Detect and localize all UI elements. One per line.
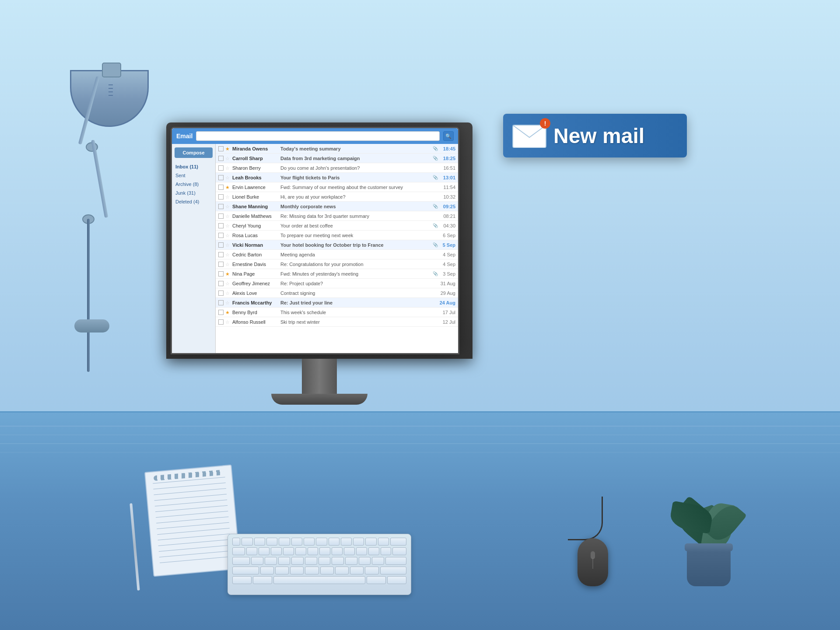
email-checkbox[interactable] <box>218 290 224 296</box>
email-row[interactable]: ☆Rosa LucasTo prepare our meeting next w… <box>216 231 458 240</box>
key <box>283 547 294 555</box>
email-checkbox[interactable] <box>218 281 224 286</box>
email-checkbox[interactable] <box>218 233 224 238</box>
email-sender: Geoffrey Jimenez <box>232 281 280 286</box>
email-row[interactable]: ☆Carroll SharpData from 3rd marketing ca… <box>216 154 458 163</box>
email-checkbox[interactable] <box>218 310 224 315</box>
email-star-icon[interactable]: ☆ <box>225 204 231 209</box>
email-star-icon[interactable]: ☆ <box>225 262 231 267</box>
notebook-line <box>159 545 231 552</box>
email-row[interactable]: ☆Geoffrey JimenezRe: Project update?31 A… <box>216 279 458 288</box>
desk-lamp <box>44 44 175 385</box>
notebook-line <box>153 483 225 489</box>
email-row[interactable]: ☆Danielle MatthewsRe: Missing data for 3… <box>216 211 458 221</box>
key <box>318 557 331 565</box>
email-checkbox[interactable] <box>218 242 224 248</box>
email-row[interactable]: ☆Cedric BartonMeeting agenda4 Sep <box>216 250 458 259</box>
email-row[interactable]: ★Benny ByrdThis week's schedule17 Jul <box>216 308 458 317</box>
email-checkbox[interactable] <box>218 271 224 276</box>
email-row[interactable]: ★Nina PageFwd: Minutes of yesterday's me… <box>216 269 458 279</box>
key <box>308 547 318 555</box>
email-row[interactable]: ☆Alfonso RussellSki trip next winter12 J… <box>216 317 458 327</box>
email-checkbox[interactable] <box>218 214 224 219</box>
email-sender: Cheryl Young <box>232 223 280 228</box>
sidebar-nav: Inbox (11)SentArchive (8)Junk (31)Delete… <box>175 162 213 206</box>
email-star-icon[interactable]: ☆ <box>225 290 231 296</box>
email-row[interactable]: ☆Leah BrooksYour flight tickets to Paris… <box>216 173 458 182</box>
email-star-icon[interactable]: ☆ <box>225 214 231 219</box>
email-checkbox[interactable] <box>218 300 224 305</box>
email-star-icon[interactable]: ☆ <box>225 156 231 161</box>
email-row[interactable]: ☆Francis MccarthyRe: Just tried your lin… <box>216 298 458 308</box>
key <box>332 557 344 565</box>
email-star-icon[interactable]: ☆ <box>225 175 231 180</box>
email-row[interactable]: ☆Ernestine DavisRe: Congratulations for … <box>216 259 458 269</box>
email-sidebar: Compose Inbox (11)SentArchive (8)Junk (3… <box>172 144 216 353</box>
email-row[interactable]: ★Miranda OwensToday's meeting summary📎18… <box>216 144 458 154</box>
email-time: 3 Sep <box>440 271 455 276</box>
email-checkbox[interactable] <box>218 165 224 171</box>
plant-pot <box>687 547 731 586</box>
key <box>329 538 340 546</box>
email-checkbox[interactable] <box>218 185 224 190</box>
email-star-icon[interactable]: ☆ <box>225 319 231 325</box>
email-star-icon[interactable]: ☆ <box>225 194 231 200</box>
email-time: 13:01 <box>440 175 455 180</box>
email-star-icon[interactable]: ★ <box>225 185 231 190</box>
email-checkbox[interactable] <box>218 175 224 180</box>
email-checkbox[interactable] <box>218 146 224 151</box>
key <box>278 557 290 565</box>
email-checkbox[interactable] <box>218 319 224 325</box>
search-input[interactable] <box>196 131 440 141</box>
attachment-icon: 📎 <box>433 156 438 161</box>
email-row[interactable]: ☆Shane ManningMonthly corporate news📎09:… <box>216 202 458 211</box>
email-checkbox[interactable] <box>218 156 224 161</box>
new-mail-notification[interactable]: ! New mail <box>503 114 687 158</box>
email-row[interactable]: ☆Cheryl YoungYour order at best coffee📎0… <box>216 221 458 231</box>
email-row[interactable]: ☆Lionel BurkeHi, are you at your workpla… <box>216 192 458 202</box>
email-star-icon[interactable]: ★ <box>225 271 231 276</box>
email-star-icon[interactable]: ★ <box>225 310 231 315</box>
key-row-5 <box>232 576 406 584</box>
email-checkbox[interactable] <box>218 194 224 200</box>
compose-button[interactable]: Compose <box>175 147 213 158</box>
email-checkbox[interactable] <box>218 204 224 209</box>
lamp-vent-line <box>108 88 113 89</box>
email-star-icon[interactable]: ☆ <box>225 252 231 257</box>
email-list[interactable]: ★Miranda OwensToday's meeting summary📎18… <box>216 144 458 353</box>
email-row[interactable]: ★Ervin LawrenceFwd: Summary of our meeti… <box>216 182 458 192</box>
search-button[interactable]: 🔍 <box>443 131 454 141</box>
sidebar-item-junk[interactable]: Junk (31) <box>175 189 213 197</box>
email-sender: Shane Manning <box>232 204 280 209</box>
notebook <box>144 465 241 577</box>
email-star-icon[interactable]: ☆ <box>225 281 231 286</box>
email-checkbox[interactable] <box>218 252 224 257</box>
email-subject: Hi, are you at your workplace? <box>280 194 435 200</box>
email-star-icon[interactable]: ☆ <box>225 233 231 238</box>
notebook-lines <box>145 466 239 568</box>
email-checkbox[interactable] <box>218 223 224 228</box>
email-star-icon[interactable]: ☆ <box>225 242 231 248</box>
attachment-icon: 📎 <box>433 271 438 276</box>
email-subject: Re: Missing data for 3rd quarter summary <box>280 214 435 219</box>
sidebar-item-archive[interactable]: Archive (8) <box>175 180 213 189</box>
email-star-icon[interactable]: ★ <box>225 146 231 151</box>
email-checkbox[interactable] <box>218 262 224 267</box>
key <box>266 538 277 546</box>
notebook-line <box>154 488 226 495</box>
email-star-icon[interactable]: ☆ <box>225 300 231 305</box>
email-star-icon[interactable]: ☆ <box>225 223 231 228</box>
sidebar-item-sent[interactable]: Sent <box>175 171 213 180</box>
mouse-cord <box>568 497 603 540</box>
mail-icon-container: ! <box>512 122 547 150</box>
email-star-icon[interactable]: ☆ <box>225 165 231 171</box>
sidebar-item-inbox[interactable]: Inbox (11) <box>175 162 213 171</box>
key <box>271 547 282 555</box>
email-row[interactable]: ☆Sharon BerryDo you come at John's prese… <box>216 163 458 173</box>
email-row[interactable]: ☆Vicki NormanYour hotel booking for Octo… <box>216 240 458 250</box>
lamp-vent-line <box>108 84 113 85</box>
email-time: 16:51 <box>440 165 455 171</box>
email-row[interactable]: ☆Alexis LoveContract signing29 Aug <box>216 288 458 298</box>
attachment-icon: 📎 <box>433 175 438 180</box>
sidebar-item-deleted[interactable]: Deleted (4) <box>175 197 213 206</box>
